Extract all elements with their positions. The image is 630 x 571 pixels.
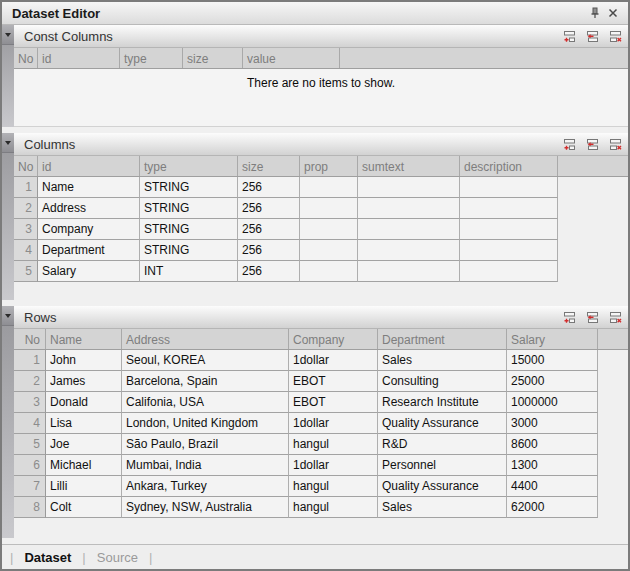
grid-cell[interactable]	[460, 240, 558, 261]
row-number-cell[interactable]: 7	[14, 476, 46, 497]
close-button[interactable]	[604, 4, 622, 22]
grid-cell[interactable]: R&D	[378, 434, 507, 455]
column-header-no[interactable]: No	[14, 48, 38, 68]
grid-cell[interactable]	[358, 240, 460, 261]
grid-cell[interactable]: 256	[238, 219, 300, 240]
grid-cell[interactable]: Sydney, NSW, Australia	[122, 497, 289, 518]
grid-cell[interactable]: 1300	[507, 455, 598, 476]
grid-cell[interactable]: 1000000	[507, 392, 598, 413]
collapse-section-button[interactable]	[2, 25, 14, 45]
grid-cell[interactable]: EBOT	[289, 392, 378, 413]
grid-cell[interactable]: Quality Assurance	[378, 413, 507, 434]
grid-cell[interactable]: John	[46, 350, 122, 371]
grid-cell[interactable]: EBOT	[289, 371, 378, 392]
grid-cell[interactable]: Address	[38, 198, 140, 219]
column-header-id[interactable]: id	[38, 156, 140, 176]
grid-cell[interactable]	[300, 177, 358, 198]
insert-row-button[interactable]	[585, 310, 599, 324]
column-header-department[interactable]: Department	[378, 329, 507, 349]
grid-cell[interactable]: Name	[38, 177, 140, 198]
column-header-size[interactable]: size	[238, 156, 300, 176]
column-header-prop[interactable]: prop	[300, 156, 358, 176]
grid-cell[interactable]: STRING	[140, 219, 238, 240]
column-header-no[interactable]: No	[14, 156, 38, 176]
grid-cell[interactable]: INT	[140, 261, 238, 282]
grid-cell[interactable]	[300, 198, 358, 219]
grid-cell[interactable]: Personnel	[378, 455, 507, 476]
grid-cell[interactable]: Lisa	[46, 413, 122, 434]
row-number-cell[interactable]: 5	[14, 434, 46, 455]
grid-cell[interactable]: Salary	[38, 261, 140, 282]
grid-cell[interactable]: Sales	[378, 350, 507, 371]
grid-cell[interactable]: London, United Kingdom	[122, 413, 289, 434]
row-number-cell[interactable]: 5	[14, 261, 38, 282]
delete-row-button[interactable]	[608, 137, 622, 151]
pin-button[interactable]	[586, 4, 604, 22]
grid-cell[interactable]: 25000	[507, 371, 598, 392]
column-header-sumtext[interactable]: sumtext	[358, 156, 460, 176]
row-number-cell[interactable]: 2	[14, 371, 46, 392]
grid-cell[interactable]: 1dollar	[289, 413, 378, 434]
grid-cell[interactable]: Mumbai, India	[122, 455, 289, 476]
add-row-button[interactable]	[562, 137, 576, 151]
column-header-address[interactable]: Address	[122, 329, 289, 349]
grid-cell[interactable]: Joe	[46, 434, 122, 455]
add-row-button[interactable]	[562, 310, 576, 324]
grid-cell[interactable]: Barcelona, Spain	[122, 371, 289, 392]
column-header-no[interactable]: No	[14, 329, 46, 349]
grid-cell[interactable]: Michael	[46, 455, 122, 476]
column-header-value[interactable]: value	[243, 48, 340, 68]
grid-cell[interactable]: 1dollar	[289, 350, 378, 371]
grid-cell[interactable]	[460, 198, 558, 219]
column-header-type[interactable]: type	[140, 156, 238, 176]
grid-cell[interactable]: 8600	[507, 434, 598, 455]
grid-cell[interactable]: Research Institute	[378, 392, 507, 413]
grid-cell[interactable]	[460, 219, 558, 240]
grid-cell[interactable]: 15000	[507, 350, 598, 371]
tab-dataset[interactable]: Dataset	[24, 550, 71, 565]
delete-row-button[interactable]	[608, 29, 622, 43]
column-header-description[interactable]: description	[460, 156, 558, 176]
delete-row-button[interactable]	[608, 310, 622, 324]
grid-cell[interactable]: 1dollar	[289, 455, 378, 476]
grid-cell[interactable]: 4400	[507, 476, 598, 497]
add-row-button[interactable]	[562, 29, 576, 43]
row-number-cell[interactable]: 3	[14, 392, 46, 413]
grid-cell[interactable]: Lilli	[46, 476, 122, 497]
insert-row-button[interactable]	[585, 29, 599, 43]
grid-cell[interactable]: Consulting	[378, 371, 507, 392]
tab-source[interactable]: Source	[97, 550, 138, 565]
collapse-section-button[interactable]	[2, 133, 14, 153]
grid-cell[interactable]: 3000	[507, 413, 598, 434]
grid-cell[interactable]: 256	[238, 240, 300, 261]
insert-row-button[interactable]	[585, 137, 599, 151]
grid-cell[interactable]: STRING	[140, 198, 238, 219]
grid-cell[interactable]	[358, 261, 460, 282]
grid-cell[interactable]	[358, 219, 460, 240]
grid-cell[interactable]: hangul	[289, 434, 378, 455]
grid-cell[interactable]	[300, 219, 358, 240]
grid-cell[interactable]	[358, 198, 460, 219]
grid-cell[interactable]: Quality Assurance	[378, 476, 507, 497]
grid-cell[interactable]: 256	[238, 261, 300, 282]
grid-cell[interactable]: STRING	[140, 177, 238, 198]
grid-cell[interactable]: Department	[38, 240, 140, 261]
row-number-cell[interactable]: 1	[14, 177, 38, 198]
row-number-cell[interactable]: 4	[14, 413, 46, 434]
grid-cell[interactable]: São Paulo, Brazil	[122, 434, 289, 455]
column-header-name[interactable]: Name	[46, 329, 122, 349]
grid-cell[interactable]: Company	[38, 219, 140, 240]
grid-cell[interactable]: Califonia, USA	[122, 392, 289, 413]
grid-cell[interactable]: Sales	[378, 497, 507, 518]
row-number-cell[interactable]: 8	[14, 497, 46, 518]
column-header-salary[interactable]: Salary	[507, 329, 598, 349]
grid-cell[interactable]	[460, 177, 558, 198]
grid-cell[interactable]: hangul	[289, 497, 378, 518]
grid-cell[interactable]	[460, 261, 558, 282]
column-header-id[interactable]: id	[38, 48, 120, 68]
row-number-cell[interactable]: 1	[14, 350, 46, 371]
column-header-size[interactable]: size	[183, 48, 243, 68]
collapse-section-button[interactable]	[2, 306, 14, 326]
row-number-cell[interactable]: 4	[14, 240, 38, 261]
column-header-company[interactable]: Company	[289, 329, 378, 349]
